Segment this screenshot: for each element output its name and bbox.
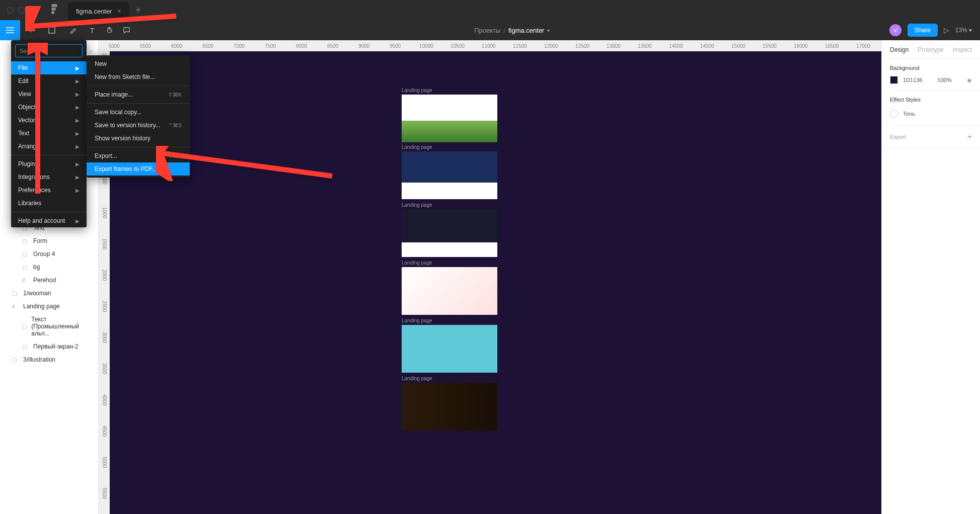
menu-item[interactable]: Export...⇧⌘E: [87, 149, 190, 162]
effect-icon: [890, 110, 898, 118]
file-name: figma.center: [508, 27, 545, 34]
frame[interactable]: Landing page: [402, 376, 497, 431]
file-submenu: NewNew from Sketch file... Place image..…: [87, 55, 190, 178]
menu-item[interactable]: Place image...⇧⌘K: [87, 88, 190, 101]
pen-tool[interactable]: [62, 20, 84, 40]
search-input[interactable]: [20, 48, 89, 54]
menu-item[interactable]: View▶: [11, 88, 87, 101]
background-opacity[interactable]: 100%: [938, 77, 952, 83]
menu-item[interactable]: Libraries: [11, 197, 87, 210]
titlebar: figma.center × +: [0, 0, 980, 20]
menu-item[interactable]: Show version history: [87, 132, 190, 145]
text-tool[interactable]: T: [84, 20, 101, 40]
breadcrumb[interactable]: Проекты / figma.center ▾: [474, 27, 550, 34]
avatar[interactable]: V: [889, 24, 901, 36]
properties-panel: Design Prototype Inspect Background 1D11…: [881, 40, 980, 514]
menu-item[interactable]: Save local copy...: [87, 106, 190, 119]
layer-item[interactable]: ▢1/wooman: [0, 287, 98, 300]
effect-style-item[interactable]: Тень: [890, 108, 972, 120]
maximize-window-icon[interactable]: [29, 7, 36, 14]
frame[interactable]: Landing page: [402, 260, 497, 315]
frame[interactable]: Landing page: [402, 318, 497, 373]
toolbar: ▾ T Проекты / figma.center ▾ V Share ▷ 1…: [0, 20, 980, 40]
main-menu-dropdown: ⌕ File▶Edit▶View▶Object▶Vector▶Text▶Arra…: [11, 40, 87, 227]
present-icon[interactable]: ▷: [944, 26, 949, 34]
window-controls: [7, 7, 36, 14]
hand-tool[interactable]: [101, 20, 118, 40]
search-icon: ⌕: [89, 47, 93, 54]
layer-item[interactable]: #Perehod: [0, 274, 98, 287]
canvas[interactable]: 5000550060006500700075008000850090009500…: [99, 40, 881, 514]
background-color-hex[interactable]: 1D1136: [903, 77, 923, 83]
tab-label: figma.center: [76, 8, 112, 15]
menu-item[interactable]: Plugins▶: [11, 157, 87, 170]
frame[interactable]: Landing page: [402, 144, 497, 199]
layer-item[interactable]: ▢Текст (Промышленный альп...: [0, 313, 98, 340]
menu-item[interactable]: File▶: [11, 61, 87, 74]
menu-item[interactable]: Text▶: [11, 127, 87, 140]
menu-item[interactable]: Save to version history...⌃⌘S: [87, 119, 190, 132]
layer-item[interactable]: ▢Первый-экран-2: [0, 340, 98, 353]
menu-item[interactable]: Edit▶: [11, 74, 87, 88]
menu-item[interactable]: Export frames to PDF...: [87, 162, 190, 176]
layer-item[interactable]: #Landing page: [0, 300, 98, 313]
minimize-window-icon[interactable]: [18, 7, 25, 14]
layer-item[interactable]: ▢Group 4: [0, 247, 98, 261]
share-button[interactable]: Share: [908, 24, 938, 37]
tab-prototype[interactable]: Prototype: [918, 46, 943, 53]
tab-design[interactable]: Design: [890, 46, 909, 53]
layer-item[interactable]: ▢bg: [0, 261, 98, 274]
effect-styles-title: Effect Styles: [890, 97, 972, 103]
chevron-down-icon: ▾: [547, 28, 550, 33]
menu-item[interactable]: Vector▶: [11, 114, 87, 127]
layer-item[interactable]: ▢Form: [0, 234, 98, 247]
tab-inspect[interactable]: Inspect: [953, 46, 972, 53]
project-name: Проекты: [474, 27, 500, 34]
zoom-level[interactable]: 13% ▾: [955, 27, 972, 34]
background-color-swatch[interactable]: [890, 76, 898, 84]
svg-rect-0: [49, 27, 55, 33]
close-window-icon[interactable]: [7, 7, 14, 14]
comment-tool[interactable]: [118, 20, 135, 40]
menu-item[interactable]: New: [87, 57, 190, 70]
file-tab[interactable]: figma.center ×: [68, 2, 129, 20]
figma-logo-icon[interactable]: [51, 4, 58, 17]
close-tab-icon[interactable]: ×: [117, 7, 121, 15]
visibility-icon[interactable]: ◉: [967, 77, 972, 83]
menu-item[interactable]: Arrange▶: [11, 140, 87, 153]
layer-item[interactable]: ▢3/illustration: [0, 353, 98, 366]
add-export-button[interactable]: +: [967, 132, 972, 141]
horizontal-ruler: 5000550060006500700075008000850090009500…: [99, 40, 881, 51]
menu-item[interactable]: Help and account▶: [11, 214, 87, 227]
export-section-title: Export: [890, 134, 906, 140]
move-tool[interactable]: ▾: [20, 20, 41, 40]
frame[interactable]: Landing page: [402, 202, 497, 257]
menu-item[interactable]: Preferences▶: [11, 184, 87, 197]
menu-item[interactable]: New from Sketch file...: [87, 70, 190, 83]
menu-item[interactable]: Integrations▶: [11, 170, 87, 184]
background-section-title: Background: [890, 65, 972, 71]
menu-item[interactable]: Object▶: [11, 101, 87, 114]
frame-tool[interactable]: [41, 20, 62, 40]
add-tab-button[interactable]: +: [135, 5, 141, 16]
main-menu-button[interactable]: [0, 20, 20, 40]
menu-search[interactable]: ⌕: [15, 44, 83, 57]
frame[interactable]: Landing page: [402, 88, 497, 142]
